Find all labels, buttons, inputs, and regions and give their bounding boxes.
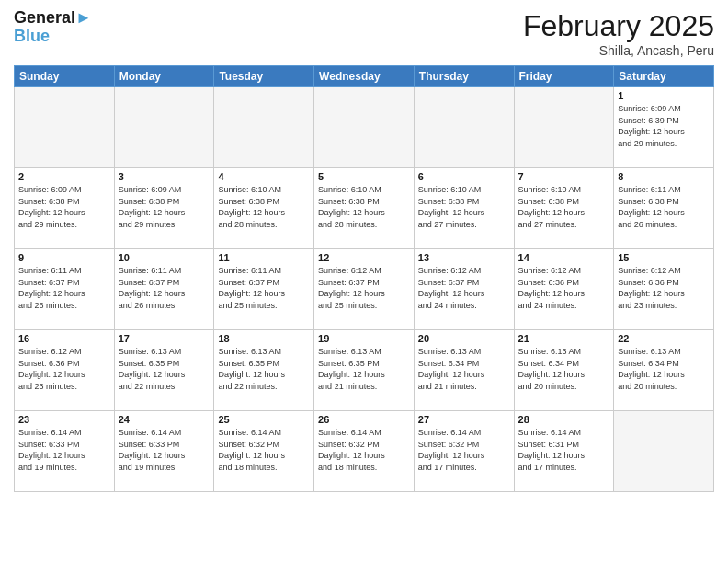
day-header-saturday: Saturday: [614, 66, 714, 87]
page: General► Blue February 2025 Shilla, Anca…: [0, 0, 728, 563]
day-number: 3: [119, 171, 210, 182]
calendar-week-1: 1Sunrise: 6:09 AM Sunset: 6:39 PM Daylig…: [15, 87, 714, 168]
calendar-header-row: SundayMondayTuesdayWednesdayThursdayFrid…: [15, 66, 714, 87]
calendar-cell: 24Sunrise: 6:14 AM Sunset: 6:33 PM Dayli…: [114, 411, 214, 492]
calendar-cell: 5Sunrise: 6:10 AM Sunset: 6:38 PM Daylig…: [314, 168, 415, 249]
calendar-week-4: 16Sunrise: 6:12 AM Sunset: 6:36 PM Dayli…: [15, 330, 714, 411]
day-info: Sunrise: 6:12 AM Sunset: 6:37 PM Dayligh…: [418, 265, 510, 311]
day-number: 19: [318, 333, 410, 344]
day-info: Sunrise: 6:09 AM Sunset: 6:38 PM Dayligh…: [18, 184, 110, 230]
day-number: 15: [618, 252, 710, 263]
day-info: Sunrise: 6:14 AM Sunset: 6:32 PM Dayligh…: [218, 427, 310, 473]
calendar-week-2: 2Sunrise: 6:09 AM Sunset: 6:38 PM Daylig…: [15, 168, 714, 249]
calendar-cell: 25Sunrise: 6:14 AM Sunset: 6:32 PM Dayli…: [214, 411, 314, 492]
calendar-cell: 6Sunrise: 6:10 AM Sunset: 6:38 PM Daylig…: [414, 168, 514, 249]
day-number: 7: [518, 171, 610, 182]
calendar-cell: [214, 87, 314, 168]
day-info: Sunrise: 6:13 AM Sunset: 6:35 PM Dayligh…: [318, 346, 410, 392]
day-number: 10: [119, 252, 210, 263]
day-info: Sunrise: 6:10 AM Sunset: 6:38 PM Dayligh…: [318, 184, 410, 230]
day-info: Sunrise: 6:10 AM Sunset: 6:38 PM Dayligh…: [518, 184, 610, 230]
day-number: 8: [618, 171, 710, 182]
calendar-cell: [114, 87, 214, 168]
day-number: 4: [218, 171, 310, 182]
calendar-cell: 20Sunrise: 6:13 AM Sunset: 6:34 PM Dayli…: [414, 330, 514, 411]
calendar-cell: 14Sunrise: 6:12 AM Sunset: 6:36 PM Dayli…: [514, 249, 614, 330]
day-info: Sunrise: 6:12 AM Sunset: 6:37 PM Dayligh…: [318, 265, 410, 311]
day-number: 14: [518, 252, 610, 263]
calendar-cell: 19Sunrise: 6:13 AM Sunset: 6:35 PM Dayli…: [314, 330, 415, 411]
calendar-cell: 2Sunrise: 6:09 AM Sunset: 6:38 PM Daylig…: [15, 168, 115, 249]
calendar-cell: 11Sunrise: 6:11 AM Sunset: 6:37 PM Dayli…: [214, 249, 314, 330]
calendar-cell: 17Sunrise: 6:13 AM Sunset: 6:35 PM Dayli…: [114, 330, 214, 411]
day-info: Sunrise: 6:13 AM Sunset: 6:34 PM Dayligh…: [418, 346, 510, 392]
day-number: 18: [218, 333, 310, 344]
day-number: 6: [418, 171, 510, 182]
day-number: 12: [318, 252, 410, 263]
day-info: Sunrise: 6:14 AM Sunset: 6:33 PM Dayligh…: [18, 427, 110, 473]
day-number: 28: [518, 414, 610, 425]
day-info: Sunrise: 6:12 AM Sunset: 6:36 PM Dayligh…: [518, 265, 610, 311]
calendar-cell: 4Sunrise: 6:10 AM Sunset: 6:38 PM Daylig…: [214, 168, 314, 249]
calendar-cell: 18Sunrise: 6:13 AM Sunset: 6:35 PM Dayli…: [214, 330, 314, 411]
calendar-cell: 9Sunrise: 6:11 AM Sunset: 6:37 PM Daylig…: [15, 249, 115, 330]
day-number: 11: [218, 252, 310, 263]
day-number: 21: [518, 333, 610, 344]
day-number: 27: [418, 414, 510, 425]
day-info: Sunrise: 6:11 AM Sunset: 6:38 PM Dayligh…: [618, 184, 710, 230]
day-info: Sunrise: 6:11 AM Sunset: 6:37 PM Dayligh…: [119, 265, 210, 311]
calendar-cell: 23Sunrise: 6:14 AM Sunset: 6:33 PM Dayli…: [15, 411, 115, 492]
day-info: Sunrise: 6:12 AM Sunset: 6:36 PM Dayligh…: [18, 346, 110, 392]
day-info: Sunrise: 6:13 AM Sunset: 6:34 PM Dayligh…: [618, 346, 710, 392]
day-number: 1: [618, 90, 710, 101]
day-number: 22: [618, 333, 710, 344]
calendar-cell: 26Sunrise: 6:14 AM Sunset: 6:32 PM Dayli…: [314, 411, 415, 492]
day-number: 13: [418, 252, 510, 263]
day-number: 9: [18, 252, 110, 263]
calendar-cell: [614, 411, 714, 492]
calendar-cell: 7Sunrise: 6:10 AM Sunset: 6:38 PM Daylig…: [514, 168, 614, 249]
calendar-cell: [414, 87, 514, 168]
calendar-cell: 3Sunrise: 6:09 AM Sunset: 6:38 PM Daylig…: [114, 168, 214, 249]
day-info: Sunrise: 6:09 AM Sunset: 6:39 PM Dayligh…: [618, 103, 710, 149]
calendar-cell: [514, 87, 614, 168]
calendar-cell: 10Sunrise: 6:11 AM Sunset: 6:37 PM Dayli…: [114, 249, 214, 330]
day-info: Sunrise: 6:11 AM Sunset: 6:37 PM Dayligh…: [18, 265, 110, 311]
day-info: Sunrise: 6:12 AM Sunset: 6:36 PM Dayligh…: [618, 265, 710, 311]
calendar-cell: 22Sunrise: 6:13 AM Sunset: 6:34 PM Dayli…: [614, 330, 714, 411]
day-header-friday: Friday: [514, 66, 614, 87]
header: General► Blue February 2025 Shilla, Anca…: [14, 9, 714, 58]
day-number: 20: [418, 333, 510, 344]
logo: General► Blue: [14, 9, 92, 46]
calendar-cell: [15, 87, 115, 168]
day-info: Sunrise: 6:14 AM Sunset: 6:32 PM Dayligh…: [318, 427, 410, 473]
day-info: Sunrise: 6:11 AM Sunset: 6:37 PM Dayligh…: [218, 265, 310, 311]
day-header-sunday: Sunday: [15, 66, 115, 87]
day-header-tuesday: Tuesday: [214, 66, 314, 87]
day-number: 25: [218, 414, 310, 425]
day-number: 17: [119, 333, 210, 344]
day-info: Sunrise: 6:14 AM Sunset: 6:33 PM Dayligh…: [119, 427, 210, 473]
calendar-cell: 13Sunrise: 6:12 AM Sunset: 6:37 PM Dayli…: [414, 249, 514, 330]
calendar-title: February 2025: [523, 9, 714, 43]
calendar-cell: 8Sunrise: 6:11 AM Sunset: 6:38 PM Daylig…: [614, 168, 714, 249]
day-number: 16: [18, 333, 110, 344]
day-info: Sunrise: 6:10 AM Sunset: 6:38 PM Dayligh…: [418, 184, 510, 230]
day-info: Sunrise: 6:13 AM Sunset: 6:34 PM Dayligh…: [518, 346, 610, 392]
calendar-cell: 21Sunrise: 6:13 AM Sunset: 6:34 PM Dayli…: [514, 330, 614, 411]
calendar-cell: 27Sunrise: 6:14 AM Sunset: 6:32 PM Dayli…: [414, 411, 514, 492]
calendar-cell: 12Sunrise: 6:12 AM Sunset: 6:37 PM Dayli…: [314, 249, 415, 330]
calendar-week-3: 9Sunrise: 6:11 AM Sunset: 6:37 PM Daylig…: [15, 249, 714, 330]
day-header-monday: Monday: [114, 66, 214, 87]
calendar-table: SundayMondayTuesdayWednesdayThursdayFrid…: [14, 65, 714, 492]
day-info: Sunrise: 6:13 AM Sunset: 6:35 PM Dayligh…: [218, 346, 310, 392]
calendar-cell: 15Sunrise: 6:12 AM Sunset: 6:36 PM Dayli…: [614, 249, 714, 330]
day-number: 23: [18, 414, 110, 425]
title-block: February 2025 Shilla, Ancash, Peru: [523, 9, 714, 58]
calendar-week-5: 23Sunrise: 6:14 AM Sunset: 6:33 PM Dayli…: [15, 411, 714, 492]
day-info: Sunrise: 6:10 AM Sunset: 6:38 PM Dayligh…: [218, 184, 310, 230]
day-info: Sunrise: 6:13 AM Sunset: 6:35 PM Dayligh…: [119, 346, 210, 392]
calendar-cell: [314, 87, 415, 168]
day-info: Sunrise: 6:09 AM Sunset: 6:38 PM Dayligh…: [119, 184, 210, 230]
day-header-wednesday: Wednesday: [314, 66, 415, 87]
